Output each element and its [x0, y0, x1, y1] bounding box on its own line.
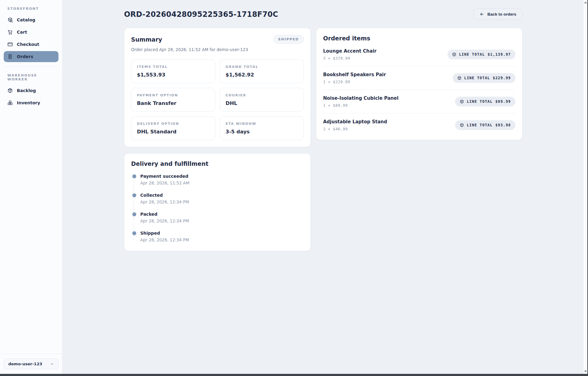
arrow-left-icon	[480, 12, 484, 17]
sidebar-item-label: Catalog	[17, 17, 35, 22]
payment-option-tile: PAYMENT OPTION Bank Transfer	[131, 88, 215, 112]
timeline-dot	[132, 212, 136, 216]
timeline-step-payment-succeeded: Payment succeeded Apr 28, 2026, 11:52 AM	[132, 174, 304, 193]
package-icon	[457, 76, 462, 80]
ordered-item-row: Noise-Isolating Cubicle Panel 1 × $89.99	[323, 90, 515, 114]
main-content: ORD-20260428095225365-1718F70C Back to o…	[62, 0, 583, 374]
sidebar-item-catalog[interactable]: Catalog	[4, 14, 58, 25]
sidebar-item-label: Backlog	[17, 88, 36, 93]
ordered-item-row: Lounge Accent Chair 3 × $379.99	[323, 43, 515, 66]
package-icon	[460, 99, 464, 104]
scroll-down-icon[interactable]	[584, 370, 587, 372]
cart-icon	[7, 29, 13, 35]
page-title: ORD-20260428095225365-1718F70C	[124, 10, 278, 19]
item-qty: 2 × $46.99	[323, 127, 387, 131]
box-search-icon	[7, 17, 13, 23]
line-total-amount: $1,139.97	[488, 52, 511, 57]
user-menu-select[interactable]: demo-user-123	[4, 359, 58, 369]
sidebar-item-label: Checkout	[17, 42, 39, 47]
tile-value: $1,553.93	[137, 72, 209, 78]
item-name: Bookshelf Speakers Pair	[323, 72, 386, 77]
window-bottom-edge	[0, 374, 588, 376]
items-total-tile: ITEMS TOTAL $1,553.93	[131, 59, 215, 83]
ordered-item-row: Adjustable Laptop Stand 2 × $46.99	[323, 114, 515, 133]
line-total-label: LINE TOTAL	[467, 123, 492, 127]
sidebar-item-backlog[interactable]: Backlog	[4, 85, 58, 96]
order-placed-text: Order placed Apr 28, 2026, 11:52 AM for …	[131, 47, 304, 52]
fulfillment-timeline: Payment succeeded Apr 28, 2026, 11:52 AM…	[131, 174, 304, 244]
step-time: Apr 28, 2026, 12:34 PM	[140, 218, 304, 223]
step-time: Apr 28, 2026, 12:34 PM	[140, 199, 304, 204]
tile-label: COURIER	[226, 93, 298, 97]
step-label: Payment succeeded	[140, 174, 304, 179]
tile-label: ITEMS TOTAL	[137, 65, 209, 69]
tile-label: ETA WINDOW	[226, 122, 298, 126]
line-total-badge: LINE TOTAL $93.98	[455, 120, 515, 130]
line-total-amount: $93.98	[495, 123, 511, 127]
page-header: ORD-20260428095225365-1718F70C Back to o…	[124, 9, 522, 20]
sidebar-item-inventory[interactable]: Inventory	[4, 97, 58, 108]
step-label: Collected	[140, 193, 304, 198]
step-time: Apr 28, 2026, 11:52 AM	[140, 181, 304, 185]
item-qty: 1 × $89.99	[323, 103, 398, 108]
tile-value: 3-5 days	[226, 129, 298, 135]
sidebar-item-cart[interactable]: Cart	[4, 27, 58, 38]
sidebar-item-label: Orders	[17, 54, 33, 59]
sidebar-item-checkout[interactable]: Checkout	[4, 39, 58, 50]
timeline-step-collected: Collected Apr 28, 2026, 12:34 PM	[132, 193, 304, 212]
vertical-scrollbar[interactable]	[583, 0, 588, 374]
sidebar-nav: STOREFRONT Catalog	[0, 0, 62, 354]
step-time: Apr 28, 2026, 12:34 PM	[140, 237, 304, 242]
boxes-icon	[7, 100, 13, 106]
status-badge: SHIPPED	[273, 35, 304, 44]
line-total-badge: LINE TOTAL $1,139.97	[447, 50, 515, 59]
line-total-label: LINE TOTAL	[464, 76, 490, 80]
credit-card-icon	[7, 42, 13, 47]
scroll-up-icon[interactable]	[584, 2, 587, 3]
line-total-label: LINE TOTAL	[459, 52, 485, 57]
tile-value: Bank Transfer	[137, 100, 209, 106]
sidebar-divider	[5, 66, 57, 67]
user-menu-value: demo-user-123	[8, 362, 42, 366]
tile-value: $1,562.92	[226, 72, 298, 78]
tile-value: DHL Standard	[137, 129, 209, 135]
ordered-items-heading: Ordered items	[323, 35, 515, 42]
sidebar-item-orders[interactable]: Orders	[4, 51, 58, 62]
timeline-dot	[132, 193, 136, 197]
package-icon	[460, 123, 464, 127]
item-qty: 3 × $379.99	[323, 56, 376, 61]
line-total-badge: LINE TOTAL $229.99	[453, 73, 515, 83]
line-total-amount: $229.99	[493, 76, 511, 80]
package-icon	[7, 88, 13, 93]
ordered-items-card: Ordered items Lounge Accent Chair 3 × $3…	[316, 28, 522, 140]
package-icon	[452, 52, 456, 57]
sidebar-footer: demo-user-123	[0, 354, 62, 374]
timeline-dot	[132, 231, 136, 235]
back-button-label: Back to orders	[487, 12, 516, 17]
ordered-item-row: Bookshelf Speakers Pair 1 × $229.99	[323, 66, 515, 90]
grand-total-tile: GRAND TOTAL $1,562.92	[220, 59, 304, 83]
tile-label: PAYMENT OPTION	[137, 93, 209, 97]
chevron-down-icon	[50, 362, 54, 366]
tile-label: GRAND TOTAL	[226, 65, 298, 69]
sidebar-section-warehouse-label: WAREHOUSE WORKER	[4, 72, 58, 85]
delivery-option-tile: DELIVERY OPTION DHL Standard	[131, 116, 215, 140]
sidebar-item-label: Cart	[17, 30, 27, 35]
summary-card: Summary SHIPPED Order placed Apr 28, 202…	[124, 28, 311, 147]
step-label: Shipped	[140, 231, 304, 236]
receipt-icon	[7, 54, 13, 59]
fulfillment-heading: Delivery and fulfillment	[131, 160, 304, 167]
tile-label: DELIVERY OPTION	[137, 122, 209, 126]
line-total-amount: $89.99	[495, 99, 511, 104]
sidebar: STOREFRONT Catalog	[0, 0, 62, 374]
timeline-step-packed: Packed Apr 28, 2026, 12:34 PM	[132, 212, 304, 231]
line-total-label: LINE TOTAL	[467, 99, 492, 104]
sidebar-item-label: Inventory	[17, 100, 40, 105]
back-to-orders-button[interactable]: Back to orders	[473, 9, 522, 20]
tile-value: DHL	[226, 100, 298, 106]
item-name: Adjustable Laptop Stand	[323, 119, 387, 125]
courier-tile: COURIER DHL	[220, 88, 304, 112]
summary-heading: Summary	[131, 36, 162, 43]
sidebar-section-storefront-label: STOREFRONT	[4, 5, 58, 14]
item-name: Noise-Isolating Cubicle Panel	[323, 95, 398, 101]
